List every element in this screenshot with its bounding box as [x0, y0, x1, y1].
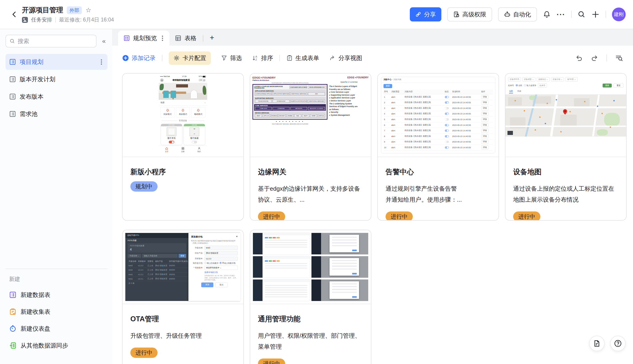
create-section: 新建 新建数据表 新建收集表 新建仪表盘 从其他数据源同步 [6, 268, 107, 354]
toolbar-right [575, 54, 623, 62]
record-card-edge-gateway[interactable]: EDGE✕FOUNDRY Platform Architecture "NORT… [250, 73, 371, 220]
ota-col-header: 相关产品 [154, 259, 168, 264]
sidebar-search-input[interactable] [18, 38, 92, 44]
toolbar-divider-2 [279, 55, 280, 61]
table-list: 项目规划 版本开发计划 发布版本 需求池 [6, 54, 107, 122]
thumb-detail [444, 94, 452, 100]
ota-col-header: 目标版本 [137, 259, 147, 264]
search-records-icon[interactable] [615, 54, 623, 62]
collapse-sidebar-icon[interactable]: « [100, 38, 107, 45]
alarm-col-header: 序号 [383, 90, 391, 94]
alarm-admin-screenshot: 消息中心 › 消息列表 搜索 序号消息类型消息内容状态发送时间操作 1alert… [381, 77, 495, 154]
sidebar-item-release-version[interactable]: 发布版本 [6, 88, 107, 104]
star-icon[interactable]: ☆ [86, 7, 91, 14]
sidebar-item-label: 需求池 [20, 110, 38, 118]
add-view-icon[interactable]: + [204, 33, 220, 46]
edgex-box: MQTT [302, 114, 309, 118]
thumb-detail: alert [391, 133, 404, 139]
undo-icon[interactable] [575, 54, 583, 62]
ota-col-header: 待升级/升级中/完成/失.. [168, 259, 188, 264]
record-card-device-map[interactable]: 设备序列号 设备类型 连接状态 设备分组 省/市/区 机构号 全部 输入值查询 [505, 73, 626, 220]
record-card-miniapp[interactable]: ••••• WeChat17:3397% 奇特物联智能家居 ••• 场景› [122, 73, 244, 220]
create-dashboard[interactable]: 新建仪表盘 [6, 320, 107, 337]
edgex-box: SDK [308, 92, 325, 96]
thumb-detail [444, 100, 452, 106]
help-button[interactable] [610, 336, 626, 351]
device-map-screenshot: 设备序列号 设备类型 连接状态 设备分组 省/市/区 机构号 全部 输入值查询 [505, 74, 626, 157]
thumb-detail: v1.0.3 [137, 264, 147, 268]
add-icon[interactable] [591, 10, 600, 18]
thumb-detail: 2023-05-23 14:40:55 [452, 122, 481, 128]
detail-button: 详情 [481, 101, 489, 104]
card-thumbnail: 设备序列号 设备类型 连接状态 设备分组 省/市/区 机构号 全部 输入值查询 [505, 74, 626, 157]
thumb-detail [447, 146, 449, 148]
mini-toggle [445, 141, 449, 143]
card-thumbnail: 消息中心 › 消息列表 搜索 序号消息类型消息内容状态发送时间操作 1alert… [378, 74, 499, 157]
tab-plan-preview[interactable]: 规划预览 [118, 30, 169, 46]
last-modified: 最近修改: 6月4日 16:04 [59, 16, 114, 23]
search-icon[interactable] [578, 10, 585, 18]
record-card-alarm-center[interactable]: 消息中心 › 消息列表 搜索 序号消息类型消息内容状态发送时间操作 1alert… [377, 73, 499, 220]
back-button[interactable] [7, 11, 22, 18]
create-datatable[interactable]: 新建数据表 [6, 286, 107, 303]
notification-bell-icon[interactable] [543, 10, 551, 18]
share-view-button[interactable]: 分享视图 [329, 54, 362, 62]
sidebar-item-label: 项目规划 [20, 58, 44, 66]
tab-label: 规划预览 [133, 34, 157, 42]
create-form[interactable]: 新建收集表 [6, 303, 107, 320]
thumb-detail: alert [391, 117, 404, 122]
avatar[interactable]: 建刚 [612, 8, 626, 21]
thumb-detail: 详情 [481, 139, 493, 145]
filter-icon [221, 55, 227, 61]
toolbar-divider [162, 55, 162, 61]
status-badge: 进行中 [385, 212, 413, 220]
thumb-detail: 5 [383, 117, 391, 122]
thumb-detail [444, 145, 452, 150]
create-item-label: 新建收集表 [21, 308, 50, 316]
plus-circle-icon [122, 54, 129, 62]
item-more-icon[interactable] [99, 58, 104, 66]
sidebar-item-project-plan[interactable]: 项目规划 [6, 54, 107, 70]
edgex-note-line: ▸ System Management [329, 114, 369, 117]
card-thumbnail [250, 230, 371, 304]
thumb-detail: 你的设备【热水器】温度过高 [404, 133, 444, 139]
sidebar-item-requirement-pool[interactable]: 需求池 [6, 106, 107, 122]
detail-button: 详情 [481, 129, 489, 133]
tab-table[interactable]: 表格 [169, 30, 202, 46]
redo-icon[interactable] [591, 54, 598, 62]
question-circle-icon [614, 340, 622, 347]
docs-button[interactable] [589, 336, 605, 351]
filter-button[interactable]: 筛选 [221, 54, 242, 62]
edgex-architecture-diagram: EDGE✕FOUNDRY Platform Architecture "NORT… [250, 74, 371, 157]
tab-more-icon[interactable] [160, 34, 165, 43]
advanced-permission-button[interactable]: 高级权限 [447, 7, 492, 22]
sidebar-search[interactable] [6, 35, 97, 48]
generate-form-button[interactable]: 生成表单 [286, 54, 319, 62]
sort-button[interactable]: AZ 排序 [252, 54, 273, 62]
record-card-ota[interactable]: 远程升级OTA FOTA升级 FOTA升级包数量4 升级名称 ⌄ 请输入升级名称… [122, 230, 244, 364]
thumb-detail: alert [391, 128, 404, 134]
thumb-detail: alert [391, 145, 404, 150]
edgex-box: ZIGBEE [287, 114, 293, 118]
thumb-detail [445, 118, 447, 120]
bell-icon [197, 109, 200, 112]
add-record-button[interactable]: 添加记录 [122, 54, 155, 62]
map-pin-icon [563, 109, 567, 115]
share-button[interactable]: 分享 [410, 7, 441, 22]
create-item-label: 新建仪表盘 [21, 325, 50, 333]
more-menu-icon[interactable]: ··· [557, 10, 565, 19]
thumb-detail: 7 [383, 128, 391, 134]
alarm-col-header: 消息类型 [391, 90, 404, 94]
edgex-box: BACNET [279, 114, 285, 118]
datatable-icon [9, 291, 17, 298]
sidebar-item-version-plan[interactable]: 版本开发计划 [6, 71, 107, 87]
admin-screens-collage [253, 233, 368, 301]
document-lock-icon [453, 11, 460, 18]
card-config-button[interactable]: 卡片配置 [169, 52, 211, 65]
automation-button[interactable]: 自动化 [498, 7, 537, 22]
sync-source-icon [9, 342, 17, 349]
create-sync[interactable]: 从其他数据源同步 [6, 337, 107, 354]
tab-separator [203, 35, 203, 42]
workspace-name[interactable]: 任务安排 [31, 16, 52, 23]
record-card-general-admin[interactable]: 通用管理功能 用户管理、权限/权限管理、部门管理、菜单管理 进行中 [250, 230, 371, 364]
